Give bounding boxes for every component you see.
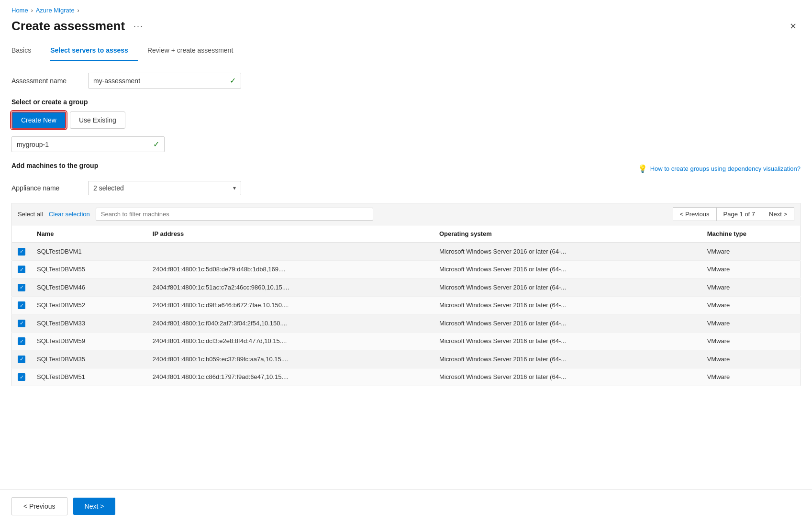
- appliance-label: Appliance name: [11, 184, 88, 192]
- row-name: SQLTestDBVM35: [31, 350, 147, 368]
- row-checkbox-cell[interactable]: ✓: [12, 314, 32, 333]
- pagination-controls: < Previous Page 1 of 7 Next >: [673, 207, 794, 221]
- breadcrumb-sep-2: ›: [78, 7, 79, 14]
- row-os: Microsoft Windows Server 2016 or later (…: [434, 350, 701, 368]
- row-name: SQLTestDBVM59: [31, 332, 147, 350]
- close-button[interactable]: ✕: [786, 19, 801, 33]
- row-os: Microsoft Windows Server 2016 or later (…: [434, 332, 701, 350]
- checkbox-checked-icon: ✓: [18, 284, 25, 291]
- row-name: SQLTestDBVM51: [31, 368, 147, 386]
- checkbox-checked-icon: ✓: [18, 356, 25, 363]
- row-ip: 2404:f801:4800:1c:51ac:c7a2:46cc:9860,10…: [147, 278, 434, 297]
- next-page-button[interactable]: Next >: [762, 207, 794, 221]
- row-ip: 2404:f801:4800:1c:d9ff:a646:b672:7fae,10…: [147, 296, 434, 314]
- tab-review-create[interactable]: Review + create assessment: [147, 42, 243, 61]
- checkbox-checked-icon: ✓: [18, 248, 25, 256]
- bottom-nav: < Previous Next >: [0, 489, 812, 523]
- group-name-value: mygroup-1: [17, 141, 49, 148]
- group-buttons: Create New Use Existing: [11, 111, 801, 129]
- row-ip: [147, 243, 434, 261]
- tab-basics[interactable]: Basics: [11, 42, 41, 61]
- row-machine-type: VMware: [701, 332, 801, 350]
- chevron-down-icon: ▾: [233, 185, 236, 191]
- checkbox-checked-icon: ✓: [18, 337, 25, 345]
- row-machine-type: VMware: [701, 243, 801, 261]
- row-os: Microsoft Windows Server 2016 or later (…: [434, 368, 701, 386]
- breadcrumb-sep-1: ›: [31, 7, 33, 14]
- row-ip: 2404:f801:4800:1c:f040:2af7:3f04:2f54,10…: [147, 314, 434, 333]
- select-all-link[interactable]: Select all: [18, 211, 43, 218]
- row-os: Microsoft Windows Server 2016 or later (…: [434, 314, 701, 333]
- appliance-value: 2 selected: [93, 184, 124, 192]
- ellipsis-button[interactable]: ···: [131, 20, 146, 32]
- row-os: Microsoft Windows Server 2016 or later (…: [434, 243, 701, 261]
- breadcrumb-azure-migrate[interactable]: Azure Migrate: [36, 7, 75, 14]
- row-name: SQLTestDBVM55: [31, 260, 147, 278]
- dependency-link-text: How to create groups using dependency vi…: [650, 165, 801, 172]
- row-ip: 2404:f801:4800:1c:c86d:1797:f9ad:6e47,10…: [147, 368, 434, 386]
- group-section-heading: Select or create a group: [11, 98, 801, 106]
- page-indicator: Page 1 of 7: [717, 207, 762, 221]
- checkbox-checked-icon: ✓: [18, 373, 25, 381]
- table-header-ip: IP address: [147, 225, 434, 243]
- table-row: ✓SQLTestDBVM522404:f801:4800:1c:d9ff:a64…: [12, 296, 801, 314]
- assessment-name-row: Assessment name my-assessment ✓: [11, 73, 801, 89]
- bottom-previous-button[interactable]: < Previous: [11, 497, 67, 515]
- row-machine-type: VMware: [701, 278, 801, 297]
- wizard-tabs: Basics Select servers to assess Review +…: [0, 41, 812, 61]
- use-existing-button[interactable]: Use Existing: [70, 111, 125, 129]
- row-checkbox-cell[interactable]: ✓: [12, 296, 32, 314]
- create-new-button[interactable]: Create New: [11, 111, 66, 129]
- clear-selection-link[interactable]: Clear selection: [49, 211, 90, 218]
- checkbox-checked-icon: ✓: [18, 301, 25, 309]
- page-header: Create assessment ··· ✕: [0, 16, 812, 41]
- previous-page-button[interactable]: < Previous: [673, 207, 717, 221]
- breadcrumb: Home › Azure Migrate ›: [0, 0, 812, 16]
- assessment-name-label: Assessment name: [11, 77, 88, 85]
- assessment-name-check: ✓: [230, 76, 236, 85]
- row-checkbox-cell[interactable]: ✓: [12, 243, 32, 261]
- row-ip: 2404:f801:4800:1c:b059:ec37:89fc:aa7a,10…: [147, 350, 434, 368]
- row-checkbox-cell[interactable]: ✓: [12, 368, 32, 386]
- row-os: Microsoft Windows Server 2016 or later (…: [434, 296, 701, 314]
- breadcrumb-home[interactable]: Home: [11, 7, 28, 14]
- table-header-name: Name: [31, 225, 147, 243]
- row-os: Microsoft Windows Server 2016 or later (…: [434, 278, 701, 297]
- table-header-machine-type: Machine type: [701, 225, 801, 243]
- row-name: SQLTestDBVM1: [31, 243, 147, 261]
- assessment-name-value: my-assessment: [93, 77, 140, 85]
- row-machine-type: VMware: [701, 260, 801, 278]
- dependency-visualization-link[interactable]: 💡 How to create groups using dependency …: [638, 164, 801, 173]
- bottom-next-button[interactable]: Next >: [73, 498, 116, 515]
- row-name: SQLTestDBVM46: [31, 278, 147, 297]
- checkbox-checked-icon: ✓: [18, 266, 25, 273]
- table-row: ✓SQLTestDBVM352404:f801:4800:1c:b059:ec3…: [12, 350, 801, 368]
- assessment-name-input[interactable]: my-assessment ✓: [88, 73, 241, 89]
- search-filter-input[interactable]: [96, 208, 373, 221]
- group-name-input[interactable]: mygroup-1 ✓: [11, 136, 165, 152]
- table-toolbar: Select all Clear selection < Previous Pa…: [11, 203, 801, 225]
- table-row: ✓SQLTestDBVM552404:f801:4800:1c:5d08:de7…: [12, 260, 801, 278]
- row-ip: 2404:f801:4800:1c:dcf3:e2e8:8f4d:477d,10…: [147, 332, 434, 350]
- table-row: ✓SQLTestDBVM462404:f801:4800:1c:51ac:c7a…: [12, 278, 801, 297]
- table-row: ✓SQLTestDBVM592404:f801:4800:1c:dcf3:e2e…: [12, 332, 801, 350]
- row-checkbox-cell[interactable]: ✓: [12, 350, 32, 368]
- page-title: Create assessment: [11, 19, 125, 33]
- appliance-dropdown[interactable]: 2 selected ▾: [88, 181, 241, 195]
- row-name: SQLTestDBVM33: [31, 314, 147, 333]
- add-machines-header: Add machines to the group 💡 How to creat…: [11, 162, 801, 175]
- lightbulb-icon: 💡: [638, 164, 647, 173]
- table-header-checkbox: [12, 225, 32, 243]
- table-row: ✓SQLTestDBVM1Microsoft Windows Server 20…: [12, 243, 801, 261]
- row-checkbox-cell[interactable]: ✓: [12, 260, 32, 278]
- row-machine-type: VMware: [701, 296, 801, 314]
- checkbox-checked-icon: ✓: [18, 320, 25, 327]
- table-row: ✓SQLTestDBVM512404:f801:4800:1c:c86d:179…: [12, 368, 801, 386]
- row-checkbox-cell[interactable]: ✓: [12, 332, 32, 350]
- add-machines-heading: Add machines to the group: [11, 162, 98, 169]
- row-name: SQLTestDBVM52: [31, 296, 147, 314]
- appliance-row: Appliance name 2 selected ▾: [11, 181, 801, 195]
- row-checkbox-cell[interactable]: ✓: [12, 278, 32, 297]
- row-os: Microsoft Windows Server 2016 or later (…: [434, 260, 701, 278]
- tab-select-servers[interactable]: Select servers to assess: [50, 42, 138, 61]
